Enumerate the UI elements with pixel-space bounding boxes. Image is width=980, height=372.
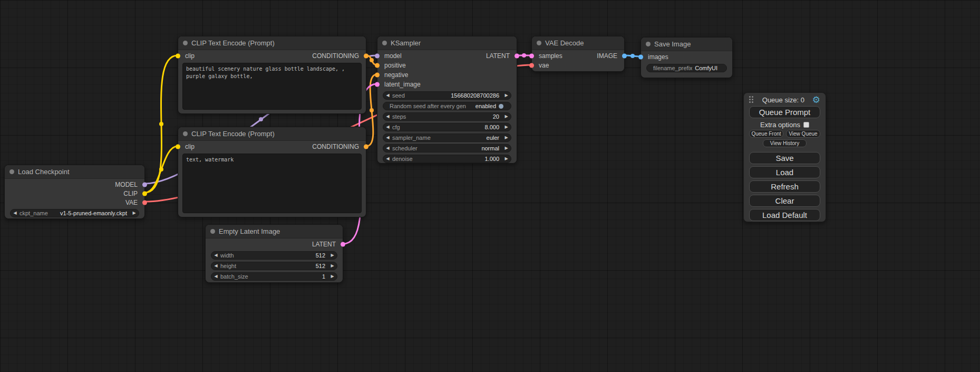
widget-filename-prefix[interactable]: filename_prefix ComfyUI	[646, 64, 727, 72]
output-slot-clip[interactable]	[142, 191, 147, 196]
decrement-arrow-icon[interactable]: ◀	[383, 92, 392, 99]
collapse-dot-icon[interactable]	[537, 41, 541, 45]
queue-prompt-button[interactable]: Queue Prompt	[749, 106, 820, 118]
collapse-dot-icon[interactable]	[646, 42, 651, 46]
increment-arrow-icon[interactable]: ▶	[502, 134, 511, 141]
widget-value[interactable]: normal	[481, 145, 499, 151]
widget-height[interactable]: ◀ height 512 ▶	[211, 262, 337, 270]
widget-value[interactable]: euler	[487, 135, 499, 141]
increment-arrow-icon[interactable]: ▶	[502, 145, 511, 152]
decrement-arrow-icon[interactable]: ◀	[383, 134, 392, 141]
collapse-dot-icon[interactable]	[183, 41, 188, 45]
node-title-bar[interactable]: Load Checkpoint	[5, 165, 144, 179]
prompt-textarea[interactable]: text, watermark	[182, 154, 362, 213]
decrement-arrow-icon[interactable]: ◀	[211, 252, 220, 259]
comfy-menu[interactable]: Queue size: 0 ⚙ Queue Prompt Extra optio…	[743, 92, 826, 222]
decrement-arrow-icon[interactable]: ◀	[211, 262, 220, 270]
increment-arrow-icon[interactable]: ▶	[502, 92, 511, 99]
node-title-bar[interactable]: CLIP Text Encode (Prompt)	[178, 36, 366, 50]
increment-arrow-icon[interactable]: ▶	[328, 252, 337, 259]
output-slot-conditioning[interactable]	[364, 145, 368, 149]
view-history-button[interactable]: View History	[763, 139, 807, 147]
output-slot-conditioning[interactable]	[364, 54, 368, 59]
load-button[interactable]: Load	[749, 166, 820, 178]
increment-arrow-icon[interactable]: ▶	[328, 273, 337, 280]
widget-value[interactable]: 8.000	[484, 124, 499, 130]
output-slot-latent[interactable]	[341, 242, 345, 247]
refresh-button[interactable]: Refresh	[749, 180, 820, 193]
node-clip-text-encode-negative[interactable]: CLIP Text Encode (Prompt) clip CONDITION…	[178, 127, 366, 217]
extra-options-checkbox[interactable]	[803, 122, 809, 128]
collapse-dot-icon[interactable]	[9, 169, 14, 174]
increment-arrow-icon[interactable]: ▶	[130, 209, 139, 217]
settings-gear-icon[interactable]: ⚙	[812, 96, 820, 104]
widget-scheduler[interactable]: ◀ scheduler normal ▶	[383, 144, 511, 152]
output-slot-model[interactable]	[142, 182, 147, 187]
widget-sampler-name[interactable]: ◀ sampler_name euler ▶	[383, 133, 511, 142]
input-slot-latent-image[interactable]	[375, 82, 380, 87]
clear-button[interactable]: Clear	[749, 195, 820, 207]
output-slot-vae[interactable]	[142, 200, 147, 205]
widget-steps[interactable]: ◀ steps 20 ▶	[383, 112, 511, 121]
collapse-dot-icon[interactable]	[183, 131, 188, 136]
widget-value[interactable]: 512	[316, 252, 325, 259]
input-slot-clip[interactable]	[176, 54, 180, 59]
decrement-arrow-icon[interactable]: ◀	[383, 113, 392, 120]
increment-arrow-icon[interactable]: ▶	[328, 262, 337, 270]
input-slot-negative[interactable]	[375, 73, 380, 78]
input-slot-images[interactable]	[638, 55, 643, 60]
node-load-checkpoint[interactable]: Load Checkpoint MODEL CLIP VAE ◀ ckpt_na…	[4, 165, 145, 219]
node-title-bar[interactable]: Empty Latent Image	[206, 225, 343, 239]
node-title-bar[interactable]: VAE Decode	[532, 36, 624, 50]
node-empty-latent-image[interactable]: Empty Latent Image LATENT ◀ width 512 ▶ …	[205, 224, 343, 283]
graph-canvas[interactable]: Load Checkpoint MODEL CLIP VAE ◀ ckpt_na…	[0, 0, 980, 372]
collapse-dot-icon[interactable]	[210, 229, 215, 234]
widget-cfg[interactable]: ◀ cfg 8.000 ▶	[383, 123, 511, 131]
widget-value[interactable]: 1	[322, 273, 325, 280]
widget-value[interactable]: 156680208700286	[451, 92, 499, 99]
node-ksampler[interactable]: KSampler model LATENT positive negative …	[377, 36, 517, 164]
input-slot-vae[interactable]	[529, 63, 534, 68]
widget-value[interactable]: enabled	[476, 103, 496, 109]
widget-width[interactable]: ◀ width 512 ▶	[211, 251, 337, 260]
widget-batch-size[interactable]: ◀ batch_size 1 ▶	[211, 272, 337, 281]
decrement-arrow-icon[interactable]: ◀	[383, 145, 392, 152]
slot-row: model LATENT	[377, 51, 517, 61]
node-title-bar[interactable]: CLIP Text Encode (Prompt)	[178, 127, 366, 141]
widget-value[interactable]: ComfyUI	[695, 65, 717, 71]
input-slot-clip[interactable]	[176, 145, 180, 149]
input-slot-positive[interactable]	[375, 63, 380, 68]
node-clip-text-encode-positive[interactable]: CLIP Text Encode (Prompt) clip CONDITION…	[178, 36, 366, 114]
increment-arrow-icon[interactable]: ▶	[502, 155, 511, 163]
increment-arrow-icon[interactable]: ▶	[502, 113, 511, 120]
widget-value[interactable]: v1-5-pruned-emaonly.ckpt	[60, 210, 127, 216]
widget-seed[interactable]: ◀ seed 156680208700286 ▶	[383, 91, 511, 100]
toggle-dot-icon[interactable]	[499, 104, 503, 109]
widget-ckpt-name[interactable]: ◀ ckpt_name v1-5-pruned-emaonly.ckpt ▶	[10, 209, 139, 217]
decrement-arrow-icon[interactable]: ◀	[383, 123, 392, 131]
output-slot-image[interactable]	[622, 54, 627, 59]
increment-arrow-icon[interactable]: ▶	[502, 123, 511, 131]
widget-random-seed-toggle[interactable]: Random seed after every gen enabled	[383, 102, 511, 110]
node-save-image[interactable]: Save Image images filename_prefix ComfyU…	[641, 37, 733, 78]
load-default-button[interactable]: Load Default	[749, 209, 820, 221]
node-title-bar[interactable]: Save Image	[641, 37, 732, 51]
drag-handle-icon[interactable]	[749, 96, 754, 104]
view-queue-button[interactable]: View Queue	[786, 130, 820, 138]
widget-value[interactable]: 20	[493, 113, 499, 120]
output-slot-latent[interactable]	[515, 54, 519, 59]
decrement-arrow-icon[interactable]: ◀	[211, 273, 220, 280]
prompt-textarea[interactable]: beautiful scenery nature glass bottle la…	[182, 63, 362, 110]
decrement-arrow-icon[interactable]: ◀	[11, 209, 20, 217]
widget-denoise[interactable]: ◀ denoise 1.000 ▶	[383, 155, 511, 163]
decrement-arrow-icon[interactable]: ◀	[383, 155, 392, 163]
input-slot-samples[interactable]	[529, 54, 534, 59]
save-button[interactable]: Save	[749, 152, 820, 164]
node-title-bar[interactable]: KSampler	[377, 36, 517, 50]
collapse-dot-icon[interactable]	[382, 41, 387, 45]
node-vae-decode[interactable]: VAE Decode samples IMAGE vae	[531, 36, 625, 72]
widget-value[interactable]: 512	[316, 263, 325, 269]
queue-front-button[interactable]: Queue Front	[749, 130, 783, 138]
widget-value[interactable]: 1.000	[484, 156, 499, 162]
input-slot-model[interactable]	[375, 54, 380, 59]
